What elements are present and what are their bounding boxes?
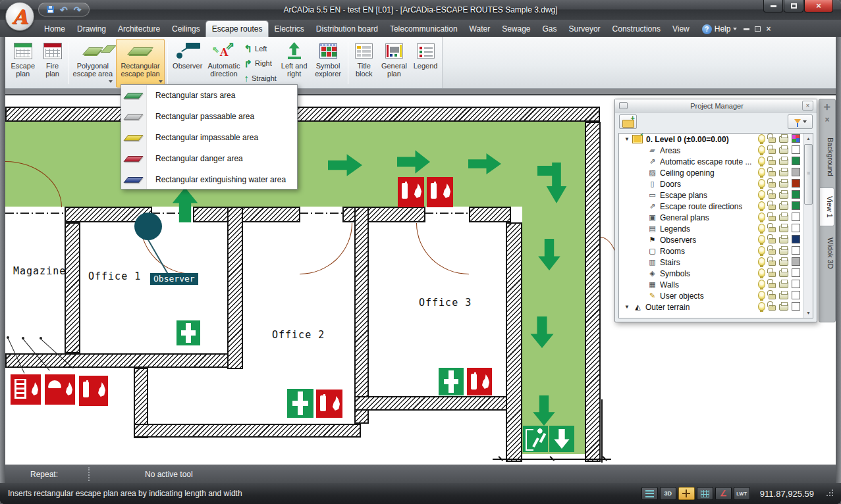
menu-item-passable-area[interactable]: Rectangular passaable area	[121, 106, 297, 127]
tree-item-stairs[interactable]: ▥ Stairs	[619, 257, 813, 268]
automatic-direction-button[interactable]: ⇗⇖A Automatic direction	[205, 39, 242, 88]
visibility-bulb-icon[interactable]	[758, 201, 765, 210]
wall-office1-office2[interactable]	[227, 207, 243, 369]
color-swatch[interactable]	[792, 190, 800, 199]
first-aid-sign[interactable]	[287, 389, 313, 418]
tab-home[interactable]: Home	[38, 21, 71, 37]
print-icon[interactable]	[779, 293, 788, 299]
lock-icon[interactable]	[769, 171, 776, 176]
3d-view-button[interactable]: 3D	[660, 487, 676, 500]
tree-item-ceiling-opening[interactable]: ▨ Ceiling opening	[619, 167, 813, 178]
command-splitter[interactable]	[88, 467, 90, 481]
lock-icon[interactable]	[769, 216, 776, 221]
print-icon[interactable]	[779, 192, 788, 199]
dock-pin-icon[interactable]: ✛	[824, 101, 830, 114]
color-swatch[interactable]	[792, 179, 800, 188]
print-icon[interactable]	[779, 304, 788, 311]
print-icon[interactable]	[779, 214, 788, 221]
observer-label[interactable]: Observer	[150, 273, 198, 285]
visibility-bulb-icon[interactable]	[758, 134, 765, 143]
tab-water[interactable]: Water	[464, 21, 497, 37]
doc-close-icon[interactable]: ×	[766, 26, 771, 32]
lock-icon[interactable]	[769, 205, 776, 210]
visibility-bulb-icon[interactable]	[758, 213, 765, 221]
door-arc-office2[interactable]	[300, 223, 352, 274]
rectangular-escape-plan-button[interactable]: Rectangular escape plan	[116, 39, 165, 88]
print-icon[interactable]	[779, 259, 788, 266]
collapse-icon[interactable]: ▼	[624, 136, 632, 142]
lock-icon[interactable]	[769, 294, 776, 299]
filter-button[interactable]	[788, 114, 813, 129]
dock-tab-view1[interactable]: View 1	[820, 188, 834, 226]
lock-icon[interactable]	[769, 305, 776, 311]
title-block-button[interactable]: Title block	[351, 39, 377, 88]
lock-icon[interactable]	[769, 149, 776, 154]
print-icon[interactable]	[779, 159, 788, 165]
room-label-office1[interactable]: Office 1	[88, 270, 141, 282]
tree-item-escape-route-directions[interactable]: ⇗ Escape route directions	[619, 201, 813, 212]
panel-close-button[interactable]: ×	[802, 101, 813, 111]
wall-office2-bottom[interactable]	[134, 424, 361, 438]
visibility-bulb-icon[interactable]	[758, 168, 765, 176]
menu-item-impassable-area[interactable]: Rectangular impassable area	[121, 127, 297, 148]
color-swatch[interactable]	[792, 235, 800, 243]
minimize-button[interactable]	[763, 0, 783, 13]
wall-mid-segment[interactable]	[193, 207, 300, 222]
doc-restore-icon[interactable]	[755, 26, 761, 32]
visibility-bulb-icon[interactable]	[758, 268, 765, 277]
ortho-toggle-button[interactable]: ∠	[715, 487, 732, 500]
tree-item-level0[interactable]: ▼ 0. Level 0 (±0.00=0.00)	[619, 134, 813, 145]
lock-icon[interactable]	[769, 238, 776, 243]
visibility-bulb-icon[interactable]	[758, 302, 765, 311]
tree-item-symbols[interactable]: ◈ Symbols	[619, 268, 813, 279]
dock-close-icon[interactable]: ×	[825, 114, 829, 126]
first-aid-sign[interactable]	[176, 320, 200, 345]
color-swatch[interactable]	[792, 134, 800, 143]
title-bar[interactable]: ↶ ↷ ArCADia 5.5 EN - test EN [L01] - [Ar…	[0, 0, 841, 20]
tree-item-user-objects[interactable]: ✎ User objects	[619, 290, 813, 301]
fire-extinguisher-sign[interactable]	[467, 368, 492, 395]
wall-top[interactable]	[5, 107, 600, 122]
print-icon[interactable]	[779, 226, 788, 232]
lock-icon[interactable]	[769, 261, 776, 266]
visibility-bulb-icon[interactable]	[758, 235, 765, 243]
dock-tab-background[interactable]: Background	[820, 130, 834, 184]
resize-grip[interactable]	[827, 490, 834, 497]
left-direction-button[interactable]: ↰ Left	[244, 42, 276, 55]
print-icon[interactable]	[779, 136, 788, 143]
color-swatch[interactable]	[792, 145, 800, 154]
menu-item-stars-area[interactable]: Rectangular stars area	[121, 85, 297, 106]
visibility-bulb-icon[interactable]	[758, 157, 765, 165]
visibility-bulb-icon[interactable]	[758, 280, 765, 288]
crosshair-toggle-button[interactable]	[678, 487, 695, 500]
scroll-up-icon[interactable]: ▲	[804, 134, 813, 143]
wall-office2-office3[interactable]	[354, 207, 369, 424]
print-icon[interactable]	[779, 170, 788, 176]
menu-item-extinguishing-water-area[interactable]: Rectangular extinguishing water area	[121, 169, 297, 190]
escape-arrow-corner-down[interactable]	[537, 160, 568, 203]
fire-extinguisher-sign[interactable]	[427, 177, 453, 207]
color-swatch[interactable]	[792, 213, 800, 221]
wall-right-outer[interactable]	[585, 122, 601, 462]
lock-icon[interactable]	[769, 272, 776, 277]
straight-direction-button[interactable]: ↑ Straight	[244, 72, 276, 84]
tree-item-rooms[interactable]: ▢ Rooms	[619, 245, 813, 257]
color-swatch[interactable]	[792, 280, 800, 288]
menu-item-danger-area[interactable]: Rectangular danger area	[121, 148, 297, 169]
undo-icon[interactable]: ↶	[60, 4, 68, 16]
tab-view[interactable]: View	[666, 21, 695, 37]
lock-icon[interactable]	[769, 138, 776, 143]
maximize-button[interactable]	[784, 0, 803, 13]
tab-distribution-board[interactable]: Distribution board	[310, 21, 384, 37]
grid-toggle-button[interactable]	[697, 487, 713, 500]
save-icon[interactable]	[47, 6, 54, 13]
visibility-bulb-icon[interactable]	[758, 224, 765, 232]
wall-office3-bottom[interactable]	[354, 396, 507, 411]
fire-equipment-sign[interactable]	[45, 374, 75, 405]
tab-constructions[interactable]: Constructions	[607, 21, 666, 37]
visibility-bulb-icon[interactable]	[758, 145, 765, 154]
wall-magazine-office1[interactable]	[65, 222, 80, 353]
color-swatch[interactable]	[792, 257, 800, 266]
collapse-icon[interactable]: ▼	[624, 304, 632, 310]
observer-button[interactable]: Observer	[171, 39, 204, 88]
